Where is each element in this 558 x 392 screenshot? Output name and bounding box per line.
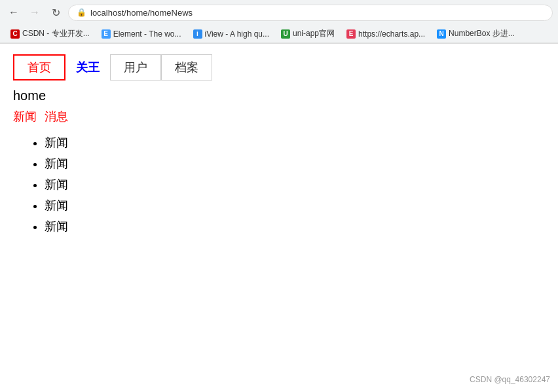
url-text: localhost/home/homeNews [90,8,193,18]
list-item: 新闻 [45,198,545,213]
bookmark-uniapp[interactable]: U uni-app官网 [276,26,340,41]
bookmark-element[interactable]: E Element - The wo... [96,27,187,41]
bookmark-favicon-iview: i [193,29,202,39]
browser-chrome: ← → ↻ 🔒 localhost/home/homeNews C CSDN -… [0,0,558,44]
bookmark-label-iview: iView - A high qu... [205,29,270,39]
tab-archive[interactable]: 档案 [161,54,212,80]
bookmark-label-element: Element - The wo... [113,29,181,39]
tab-home[interactable]: 首页 [13,54,65,80]
sub-nav: 新闻 消息 [13,109,545,124]
bookmark-favicon-echarts: E [346,29,356,39]
bookmarks-bar: C CSDN - 专业开发... E Element - The wo... i… [0,25,558,43]
bookmark-label-echarts: https://echarts.ap... [358,29,425,39]
forward-button[interactable]: → [26,4,43,21]
list-item: 新闻 [45,219,545,234]
bookmark-favicon-uniapp: U [281,29,290,39]
bookmark-favicon-element: E [102,29,111,39]
tab-guanwang[interactable]: 关王 [65,54,110,80]
address-bar[interactable]: 🔒 localhost/home/homeNews [68,5,553,21]
bookmark-favicon-csdn: C [10,29,20,39]
page-content: 首页 关王 用户 档案 home 新闻 消息 新闻 新闻 新闻 新闻 新闻 [0,44,558,250]
bookmark-favicon-numberbox: N [437,29,446,39]
list-item: 新闻 [45,135,545,151]
sub-nav-news[interactable]: 新闻 [13,109,37,124]
news-list: 新闻 新闻 新闻 新闻 新闻 [13,135,545,234]
back-button[interactable]: ← [5,4,22,21]
bookmark-iview[interactable]: i iView - A high qu... [188,27,275,41]
reload-button[interactable]: ↻ [47,4,64,21]
bookmark-csdn[interactable]: C CSDN - 专业开发... [5,26,95,41]
tab-user[interactable]: 用户 [110,54,161,80]
bookmark-echarts[interactable]: E https://echarts.ap... [341,27,430,41]
lock-icon: 🔒 [77,8,86,17]
list-item: 新闻 [45,156,545,171]
bookmark-label-csdn: CSDN - 专业开发... [22,28,90,39]
bookmark-numberbox[interactable]: N NumberBox 步进... [432,26,520,41]
page-title: home [13,88,545,103]
bookmark-label-numberbox: NumberBox 步进... [449,28,515,39]
sub-nav-message[interactable]: 消息 [45,109,68,124]
list-item: 新闻 [45,177,545,192]
browser-toolbar: ← → ↻ 🔒 localhost/home/homeNews [0,0,558,25]
bookmark-label-uniapp: uni-app官网 [293,28,335,39]
nav-tabs: 首页 关王 用户 档案 [13,54,545,80]
